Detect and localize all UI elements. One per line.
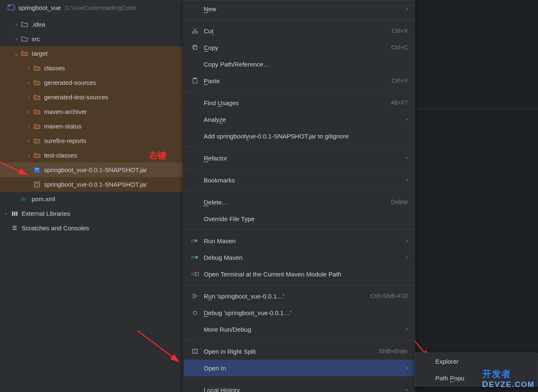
svg-rect-17 [194, 78, 196, 79]
menu-refactor[interactable]: Refactor› [184, 150, 415, 166]
chevron-right-icon: › [25, 80, 32, 86]
project-name: springboot_vue [18, 4, 61, 11]
menu-separator [184, 340, 415, 340]
chevron-right-icon: › [12, 36, 20, 42]
tree-node-classes[interactable]: › classes [0, 61, 183, 75]
folder-icon [20, 36, 29, 42]
chevron-right-icon: › [12, 22, 20, 27]
menu-add-gitignore[interactable]: Add springbootvue-0.0.1-SNAPSHOT.jar to … [184, 128, 415, 144]
tree-node-generated-sources[interactable]: › generated-sources [0, 75, 183, 90]
menu-new[interactable]: New› [184, 0, 415, 17]
folder-icon [32, 153, 42, 158]
svg-point-21 [195, 256, 198, 259]
chevron-right-icon: › [406, 6, 408, 12]
tree-node-scratches[interactable]: › Scratches and Consoles [0, 221, 183, 235]
menu-run[interactable]: Run 'springboot_vue-0.0.1…'Ctrl+Shift+F1… [184, 288, 415, 304]
tree-node-pom[interactable]: › m pom.xml [0, 192, 183, 206]
folder-icon [32, 65, 42, 71]
menu-open-in[interactable]: Open In› [184, 360, 415, 376]
menu-open-terminal[interactable]: m Open Terminal at the Current Maven Mod… [184, 266, 415, 282]
context-menu: New› CutCtrl+X CopyCtrl+C Copy Path/Refe… [183, 0, 415, 392]
svg-rect-2 [35, 168, 39, 173]
tree-node-maven-archiver[interactable]: › maven-archiver [0, 104, 183, 119]
folder-icon [20, 51, 29, 57]
folder-icon [32, 109, 42, 115]
chevron-right-icon: › [25, 94, 32, 100]
folder-icon [32, 123, 42, 129]
tree-node-surefire-reports[interactable]: › surefire-reports [0, 133, 183, 148]
archive-icon [32, 167, 42, 173]
tree-node-target[interactable]: ⌄ target [0, 46, 183, 61]
project-tool-window: springboot_vue D:\VueCode\readingCode › … [0, 0, 183, 392]
paste-icon [190, 77, 200, 84]
file-unknown-icon: ? [32, 181, 42, 188]
menu-analyze[interactable]: Analyze› [184, 111, 415, 128]
folder-icon [32, 94, 42, 100]
menu-delete[interactable]: Delete…Delete [184, 194, 415, 210]
watermark: 开发者 DEVZE.COM [482, 368, 535, 388]
chevron-right-icon: › [406, 254, 408, 260]
tree-node-idea[interactable]: › .idea [0, 17, 183, 32]
menu-find-usages[interactable]: Find UsagesAlt+F7 [184, 94, 415, 111]
folder-icon [32, 138, 42, 144]
folder-icon [20, 22, 29, 27]
menu-debug-maven[interactable]: m Debug Maven› [184, 249, 415, 266]
chevron-right-icon: › [406, 177, 408, 183]
menu-more-run-debug[interactable]: More Run/Debug› [184, 321, 415, 338]
tree-node-generated-test-sources[interactable]: › generated-test-sources [0, 90, 183, 104]
svg-point-4 [37, 168, 37, 169]
chevron-right-icon: › [25, 109, 32, 115]
tree-node-jar-original[interactable]: › ? springboot_vue-0.0.1-SNAPSHOT.jar [0, 177, 183, 192]
menu-copy[interactable]: CopyCtrl+C [184, 39, 415, 56]
svg-rect-23 [195, 272, 198, 276]
svg-text:m: m [191, 254, 196, 260]
tree-node-test-classes[interactable]: › test-classes [0, 148, 183, 163]
debug-icon [190, 309, 200, 316]
svg-text:m: m [191, 237, 196, 244]
tree-node-external-libraries[interactable]: › External Libraries [0, 206, 183, 221]
chevron-right-icon: › [406, 365, 408, 371]
svg-rect-15 [194, 46, 197, 49]
chevron-right-icon: › [406, 238, 408, 244]
submenu-explorer[interactable]: Explorer [415, 353, 538, 370]
chevron-right-icon: › [25, 153, 32, 158]
tree-node-src[interactable]: › src [0, 32, 183, 46]
maven-icon: m [20, 196, 29, 202]
menu-override-filetype[interactable]: Override File Type [184, 210, 415, 227]
chevron-right-icon: › [25, 65, 32, 71]
library-icon [10, 210, 19, 217]
svg-marker-24 [193, 294, 197, 298]
menu-separator [184, 169, 415, 169]
menu-separator [184, 229, 415, 230]
run-icon [190, 293, 200, 299]
menu-local-history[interactable]: Local History› [184, 382, 415, 392]
split-icon [190, 348, 200, 355]
tree-node-jar-selected[interactable]: › springboot_vue-0.0.1-SNAPSHOT.jar [0, 163, 183, 177]
svg-rect-9 [12, 212, 13, 216]
svg-point-3 [35, 168, 36, 169]
menu-bookmarks[interactable]: Bookmarks› [184, 172, 415, 188]
svg-point-12 [192, 32, 195, 34]
menu-paste[interactable]: PasteCtrl+V [184, 72, 415, 89]
menu-separator [184, 191, 415, 191]
copy-icon [190, 44, 200, 51]
project-root-row[interactable]: springboot_vue D:\VueCode\readingCode [0, 0, 183, 17]
menu-run-maven[interactable]: m Run Maven› [184, 232, 415, 249]
project-icon [7, 3, 15, 12]
menu-debug[interactable]: Debug 'springboot_vue-0.0.1…' [184, 304, 415, 321]
svg-point-5 [38, 168, 39, 169]
menu-open-right-split[interactable]: Open in Right SplitShift+Enter [184, 343, 415, 360]
menu-copy-path[interactable]: Copy Path/Reference… [184, 56, 415, 72]
menu-cut[interactable]: CutCtrl+X [184, 22, 415, 39]
menu-separator [184, 147, 415, 147]
maven-terminal-icon: m [190, 271, 200, 277]
chevron-right-icon: › [25, 123, 32, 129]
project-path: D:\VueCode\readingCode [65, 4, 136, 11]
menu-separator [184, 285, 415, 285]
tree-node-maven-status[interactable]: › maven-status [0, 119, 183, 133]
menu-separator [184, 91, 415, 92]
cut-icon [190, 27, 200, 34]
menu-separator [184, 20, 415, 20]
svg-marker-19 [195, 239, 198, 242]
chevron-right-icon: › [406, 387, 408, 392]
